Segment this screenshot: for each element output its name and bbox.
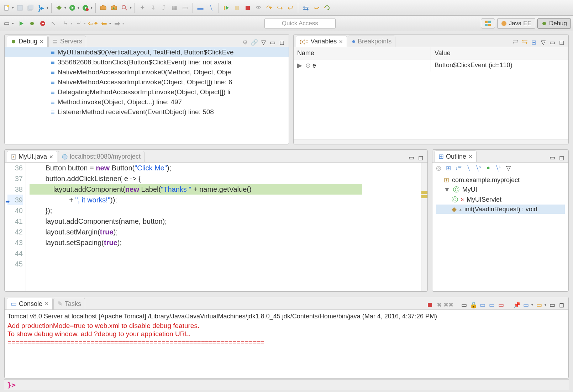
hide-nonpublic-icon[interactable]: ● [485,165,491,171]
stack-frame[interactable]: ≡ListenerMethod.receiveEvent(EventObject… [5,107,289,117]
close-icon[interactable]: ✕ [40,39,44,44]
tab-breakpoints[interactable]: ●Breakpoints [348,36,395,47]
tab-servers[interactable]: Servers [48,36,86,47]
maximize-icon[interactable]: ◻ [558,39,565,46]
debug-stack[interactable]: ≡MyUI.lambda$0(VerticalLayout, TextField… [5,47,289,117]
close-icon[interactable]: ✕ [44,301,49,307]
variable-row[interactable]: ▶ ⊙ e Button$ClickEvent (id=110) [294,59,568,71]
skip-breakpoints-icon[interactable]: }▸ [37,3,46,12]
save-icon[interactable] [15,3,25,12]
maximize-icon[interactable]: ◻ [558,302,565,308]
minimize-icon[interactable]: ▭ [549,39,556,46]
maximize-icon[interactable]: ◻ [417,154,424,161]
outline-class[interactable]: ▼ⒸMyUI [436,185,565,195]
minimize-icon[interactable]: ▭ [549,302,556,308]
open-type-icon[interactable] [99,3,108,12]
hide-fields-icon[interactable]: ⧹ [465,165,472,171]
close-icon[interactable]: ✕ [49,154,53,160]
stop-small-icon[interactable] [38,19,47,28]
tab-console[interactable]: ▭Console✕ [7,298,53,309]
stack-frame[interactable]: ≡355682608.buttonClick(Button$ClickEvent… [5,57,289,67]
maximize-icon[interactable]: ◻ [558,154,565,161]
minimize-icon[interactable]: ▭ [408,154,415,161]
back-icon[interactable]: ⬅ [99,19,109,28]
clear-console-icon[interactable]: ▭ [461,302,467,308]
tab-tasks[interactable]: ✎Tasks [53,298,85,309]
prev-edit-icon[interactable]: ⇦✦ [89,19,98,28]
hide-local-icon[interactable]: ⧹ᴸ [495,165,501,171]
save-all-icon[interactable] [26,3,35,12]
step-filter-icon[interactable]: ⤻ [312,3,321,12]
tab-browser[interactable]: localhost:8080/myproject [58,151,144,162]
minimize-icon[interactable]: ▭ [269,39,276,46]
code-editor[interactable]: ➨ 36373839404142434445 Button button = n… [5,163,427,291]
refresh-icon[interactable] [322,3,332,12]
open-perspective-button[interactable] [481,18,495,28]
outline-package[interactable]: ⊞com.example.myproject [436,175,565,185]
overview-ruler[interactable] [421,163,427,291]
resume-small-icon[interactable] [17,19,26,28]
focus-icon[interactable]: ◎ [435,165,442,171]
svg-rect-29 [485,24,488,26]
pin-console-icon[interactable]: ▭ [489,302,495,308]
new-menu-icon[interactable]: ▭ [2,19,11,28]
toggle-breakpoint-icon[interactable]: ▬ [196,3,205,12]
tab-variables[interactable]: (x)=Variables✕ [296,36,347,47]
new-icon[interactable] [2,3,11,12]
tab-debug[interactable]: Debug✕ [7,36,48,47]
drop-frame-icon[interactable]: ⇆ [301,3,310,12]
perspective-javaee[interactable]: Java EE [497,18,535,29]
run-server-icon[interactable] [81,3,90,12]
resume-icon[interactable] [222,3,231,12]
az-icon[interactable]: ↓ªᶻ [455,165,462,171]
sort-icon[interactable]: ⊞ [445,165,452,171]
search-icon[interactable] [120,3,129,12]
tab-file-myui[interactable]: JMyUI.java✕ [7,151,57,162]
step-return-icon[interactable]: ↩ [286,3,295,12]
stack-frame[interactable]: ≡NativeMethodAccessorImpl.invoke0(Method… [5,67,289,77]
collapse-all-icon[interactable]: ⊟ [531,39,537,46]
view-menu-icon[interactable]: ▽ [260,39,267,46]
console-output[interactable]: Add productionMode=true to web.xml to di… [7,322,566,346]
open-task-icon[interactable] [109,3,119,12]
view-menu-icon[interactable]: ▽ [540,39,546,46]
close-icon[interactable]: ✕ [468,154,473,159]
outline-method[interactable]: ◆▴init(VaadinRequest) : void [436,205,565,214]
step-into-icon[interactable]: ↷ [264,3,274,12]
outline-tree[interactable]: ⊞com.example.myproject ▼ⒸMyUI ⒸSMyUIServ… [432,173,568,216]
outline-servlet[interactable]: ⒸSMyUIServlet [436,195,565,205]
display-selected-icon[interactable]: ▭ [498,302,504,308]
skip-icon[interactable]: ⧹ [206,3,216,12]
open-console-icon[interactable]: ▭ [523,302,529,308]
quick-access-input[interactable]: Quick Access [264,18,336,29]
run-icon[interactable] [68,3,77,12]
perspective-debug[interactable]: Debug [537,18,571,29]
minimize-icon[interactable]: ▭ [549,154,556,161]
stack-frame[interactable]: ≡MyUI.lambda$0(VerticalLayout, TextField… [5,47,289,57]
show-logical-icon[interactable]: ⮀ [521,39,528,46]
hide-static-icon[interactable]: ⧹ˢ [475,165,482,171]
debug-small-icon[interactable] [27,19,37,28]
show-console-icon[interactable]: ▭ [479,302,486,308]
svg-rect-17 [224,6,225,10]
tab-outline[interactable]: ⊞Outline✕ [435,150,477,162]
svg-rect-20 [237,6,239,10]
stack-frame[interactable]: ≡Method.invoke(Object, Object...) line: … [5,97,289,107]
stack-frame[interactable]: ≡NativeMethodAccessorImpl.invoke(Object,… [5,77,289,87]
svg-rect-34 [53,40,57,41]
step-over-icon[interactable]: ↪ [275,3,284,12]
view-menu-icon[interactable]: ▽ [505,165,511,171]
variables-view: (x)=Variables✕ ●Breakpoints ⮂ ⮀ ⊟ ▽ ▭ ◻ … [293,34,569,144]
scroll-lock-icon[interactable]: 🔒 [470,302,477,308]
maximize-icon[interactable]: ◻ [279,39,285,46]
new-console-icon[interactable]: ▭ [536,302,542,308]
terminate-icon[interactable] [243,3,252,12]
terminate-icon[interactable] [427,302,433,308]
pin-icon[interactable]: 📌 [514,302,520,308]
forward-icon: ➡ [112,19,122,28]
close-icon[interactable]: ✕ [339,39,343,44]
doc-icon: ▭ [180,3,190,12]
stack-frame[interactable]: ≡DelegatingMethodAccessorImpl.invoke(Obj… [5,87,289,97]
debug-bug-icon[interactable] [54,3,64,12]
main-toolbar-2: ▭▾ ↖ ⤷▾ ⤶▾ ⇦✦ ⬅▾ ➡▾ Quick Access Java EE… [0,16,573,31]
